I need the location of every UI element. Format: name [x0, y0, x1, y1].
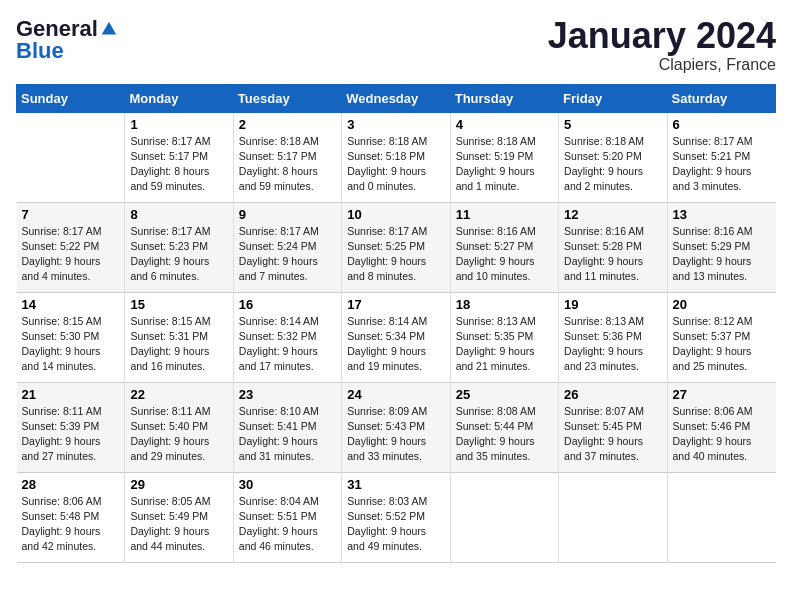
day-info: Sunrise: 8:13 AMSunset: 5:36 PMDaylight:…: [564, 314, 661, 375]
calendar-cell: 6Sunrise: 8:17 AMSunset: 5:21 PMDaylight…: [667, 112, 775, 202]
day-number: 2: [239, 117, 336, 132]
day-number: 15: [130, 297, 227, 312]
title-block: January 2024 Clapiers, France: [548, 16, 776, 74]
day-info: Sunrise: 8:17 AMSunset: 5:21 PMDaylight:…: [673, 134, 771, 195]
calendar-cell: 1Sunrise: 8:17 AMSunset: 5:17 PMDaylight…: [125, 112, 233, 202]
calendar-cell: [667, 472, 775, 562]
day-number: 22: [130, 387, 227, 402]
day-number: 5: [564, 117, 661, 132]
header-cell: Saturday: [667, 84, 775, 112]
svg-marker-0: [102, 22, 116, 35]
header-cell: Monday: [125, 84, 233, 112]
day-number: 23: [239, 387, 336, 402]
calendar-cell: 4Sunrise: 8:18 AMSunset: 5:19 PMDaylight…: [450, 112, 558, 202]
calendar-cell: [559, 472, 667, 562]
calendar-cell: 19Sunrise: 8:13 AMSunset: 5:36 PMDayligh…: [559, 292, 667, 382]
calendar-week-row: 7Sunrise: 8:17 AMSunset: 5:22 PMDaylight…: [17, 202, 776, 292]
day-number: 7: [22, 207, 120, 222]
day-number: 8: [130, 207, 227, 222]
day-info: Sunrise: 8:14 AMSunset: 5:34 PMDaylight:…: [347, 314, 444, 375]
calendar-cell: 8Sunrise: 8:17 AMSunset: 5:23 PMDaylight…: [125, 202, 233, 292]
day-number: 10: [347, 207, 444, 222]
day-info: Sunrise: 8:14 AMSunset: 5:32 PMDaylight:…: [239, 314, 336, 375]
day-number: 13: [673, 207, 771, 222]
calendar-cell: 17Sunrise: 8:14 AMSunset: 5:34 PMDayligh…: [342, 292, 450, 382]
calendar-week-row: 14Sunrise: 8:15 AMSunset: 5:30 PMDayligh…: [17, 292, 776, 382]
logo: General Blue: [16, 16, 118, 64]
day-info: Sunrise: 8:07 AMSunset: 5:45 PMDaylight:…: [564, 404, 661, 465]
calendar-cell: 14Sunrise: 8:15 AMSunset: 5:30 PMDayligh…: [17, 292, 125, 382]
calendar-week-row: 21Sunrise: 8:11 AMSunset: 5:39 PMDayligh…: [17, 382, 776, 472]
day-info: Sunrise: 8:10 AMSunset: 5:41 PMDaylight:…: [239, 404, 336, 465]
day-number: 24: [347, 387, 444, 402]
calendar-cell: 11Sunrise: 8:16 AMSunset: 5:27 PMDayligh…: [450, 202, 558, 292]
day-number: 14: [22, 297, 120, 312]
day-info: Sunrise: 8:08 AMSunset: 5:44 PMDaylight:…: [456, 404, 553, 465]
day-info: Sunrise: 8:11 AMSunset: 5:39 PMDaylight:…: [22, 404, 120, 465]
calendar-cell: 24Sunrise: 8:09 AMSunset: 5:43 PMDayligh…: [342, 382, 450, 472]
calendar-subtitle: Clapiers, France: [548, 56, 776, 74]
day-info: Sunrise: 8:16 AMSunset: 5:29 PMDaylight:…: [673, 224, 771, 285]
day-info: Sunrise: 8:16 AMSunset: 5:28 PMDaylight:…: [564, 224, 661, 285]
day-info: Sunrise: 8:12 AMSunset: 5:37 PMDaylight:…: [673, 314, 771, 375]
calendar-table: SundayMondayTuesdayWednesdayThursdayFrid…: [16, 84, 776, 563]
day-number: 17: [347, 297, 444, 312]
header-cell: Friday: [559, 84, 667, 112]
logo-blue: Blue: [16, 38, 64, 64]
day-info: Sunrise: 8:09 AMSunset: 5:43 PMDaylight:…: [347, 404, 444, 465]
calendar-cell: 12Sunrise: 8:16 AMSunset: 5:28 PMDayligh…: [559, 202, 667, 292]
calendar-cell: 26Sunrise: 8:07 AMSunset: 5:45 PMDayligh…: [559, 382, 667, 472]
day-number: 4: [456, 117, 553, 132]
header-cell: Wednesday: [342, 84, 450, 112]
day-info: Sunrise: 8:17 AMSunset: 5:23 PMDaylight:…: [130, 224, 227, 285]
calendar-week-row: 1Sunrise: 8:17 AMSunset: 5:17 PMDaylight…: [17, 112, 776, 202]
calendar-cell: 13Sunrise: 8:16 AMSunset: 5:29 PMDayligh…: [667, 202, 775, 292]
calendar-cell: 21Sunrise: 8:11 AMSunset: 5:39 PMDayligh…: [17, 382, 125, 472]
calendar-cell: 22Sunrise: 8:11 AMSunset: 5:40 PMDayligh…: [125, 382, 233, 472]
day-info: Sunrise: 8:06 AMSunset: 5:46 PMDaylight:…: [673, 404, 771, 465]
header-row: SundayMondayTuesdayWednesdayThursdayFrid…: [17, 84, 776, 112]
day-info: Sunrise: 8:18 AMSunset: 5:18 PMDaylight:…: [347, 134, 444, 195]
day-number: 20: [673, 297, 771, 312]
day-number: 16: [239, 297, 336, 312]
calendar-cell: [17, 112, 125, 202]
calendar-cell: 29Sunrise: 8:05 AMSunset: 5:49 PMDayligh…: [125, 472, 233, 562]
day-number: 11: [456, 207, 553, 222]
day-number: 12: [564, 207, 661, 222]
day-info: Sunrise: 8:18 AMSunset: 5:17 PMDaylight:…: [239, 134, 336, 195]
day-info: Sunrise: 8:17 AMSunset: 5:22 PMDaylight:…: [22, 224, 120, 285]
logo-icon: [100, 20, 118, 38]
day-number: 6: [673, 117, 771, 132]
calendar-cell: 15Sunrise: 8:15 AMSunset: 5:31 PMDayligh…: [125, 292, 233, 382]
day-info: Sunrise: 8:16 AMSunset: 5:27 PMDaylight:…: [456, 224, 553, 285]
calendar-cell: 31Sunrise: 8:03 AMSunset: 5:52 PMDayligh…: [342, 472, 450, 562]
day-info: Sunrise: 8:03 AMSunset: 5:52 PMDaylight:…: [347, 494, 444, 555]
day-info: Sunrise: 8:05 AMSunset: 5:49 PMDaylight:…: [130, 494, 227, 555]
calendar-cell: 23Sunrise: 8:10 AMSunset: 5:41 PMDayligh…: [233, 382, 341, 472]
calendar-title: January 2024: [548, 16, 776, 56]
day-number: 19: [564, 297, 661, 312]
calendar-cell: 2Sunrise: 8:18 AMSunset: 5:17 PMDaylight…: [233, 112, 341, 202]
day-number: 3: [347, 117, 444, 132]
day-number: 9: [239, 207, 336, 222]
calendar-cell: 3Sunrise: 8:18 AMSunset: 5:18 PMDaylight…: [342, 112, 450, 202]
day-number: 21: [22, 387, 120, 402]
day-number: 27: [673, 387, 771, 402]
header-cell: Tuesday: [233, 84, 341, 112]
day-number: 29: [130, 477, 227, 492]
day-info: Sunrise: 8:11 AMSunset: 5:40 PMDaylight:…: [130, 404, 227, 465]
calendar-cell: 27Sunrise: 8:06 AMSunset: 5:46 PMDayligh…: [667, 382, 775, 472]
calendar-cell: 25Sunrise: 8:08 AMSunset: 5:44 PMDayligh…: [450, 382, 558, 472]
day-number: 18: [456, 297, 553, 312]
day-info: Sunrise: 8:18 AMSunset: 5:20 PMDaylight:…: [564, 134, 661, 195]
page-header: General Blue January 2024 Clapiers, Fran…: [16, 16, 776, 74]
day-info: Sunrise: 8:17 AMSunset: 5:24 PMDaylight:…: [239, 224, 336, 285]
calendar-cell: 18Sunrise: 8:13 AMSunset: 5:35 PMDayligh…: [450, 292, 558, 382]
calendar-cell: 20Sunrise: 8:12 AMSunset: 5:37 PMDayligh…: [667, 292, 775, 382]
header-cell: Thursday: [450, 84, 558, 112]
day-info: Sunrise: 8:15 AMSunset: 5:30 PMDaylight:…: [22, 314, 120, 375]
day-info: Sunrise: 8:17 AMSunset: 5:17 PMDaylight:…: [130, 134, 227, 195]
day-number: 25: [456, 387, 553, 402]
day-info: Sunrise: 8:06 AMSunset: 5:48 PMDaylight:…: [22, 494, 120, 555]
calendar-cell: 10Sunrise: 8:17 AMSunset: 5:25 PMDayligh…: [342, 202, 450, 292]
